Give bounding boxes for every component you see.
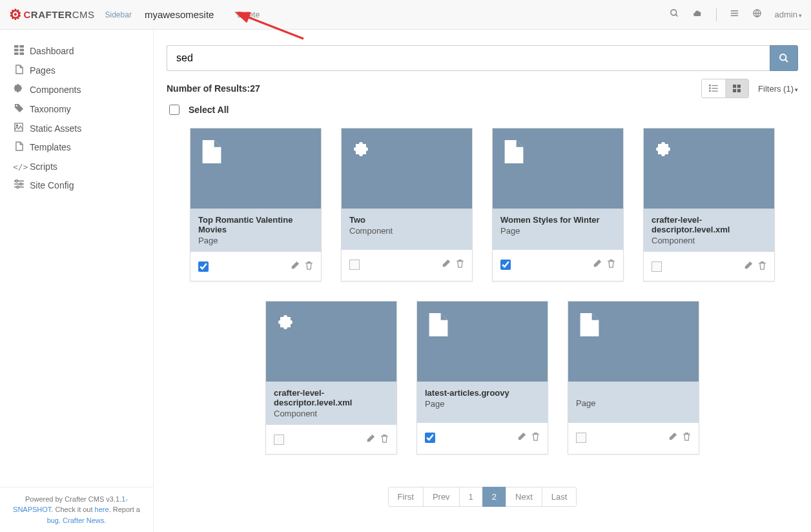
card-type: Component [652,236,766,245]
edit-icon[interactable] [442,259,451,270]
search-button[interactable] [770,45,798,71]
result-card: Women Styles for WinterPage [492,128,624,281]
result-card: Page [568,301,699,455]
svg-point-1 [670,10,676,15]
trash-icon[interactable] [305,261,313,272]
filters-button[interactable]: Filters (1) [758,84,798,94]
edit-icon[interactable] [291,261,300,272]
admin-dropdown[interactable]: admin [775,10,802,19]
edit-icon[interactable] [366,434,375,445]
sidebar-item-scripts[interactable]: </>Scripts [10,157,143,176]
here-link[interactable]: here [95,506,109,513]
svg-point-22 [16,186,18,188]
search-input[interactable] [167,45,770,71]
sidebar-item-pages[interactable]: Pages [10,61,143,80]
svg-rect-29 [709,90,711,92]
svg-rect-26 [712,85,718,86]
svg-point-16 [16,125,18,127]
edit-icon[interactable] [593,259,602,270]
divider [716,8,717,21]
trash-icon[interactable] [456,259,464,270]
card-title: Two [349,215,464,225]
delete-button[interactable]: Delete [237,10,260,19]
svg-rect-12 [14,52,19,55]
trash-icon[interactable] [380,434,389,445]
topbar-actions: admin [670,8,802,21]
svg-rect-33 [733,89,736,92]
card-checkbox[interactable] [349,260,360,270]
page-first[interactable]: First [388,487,424,507]
card-type: Component [349,226,464,236]
cloud-icon[interactable] [692,8,703,21]
result-card: crafter-level-descriptor.level.xmlCompon… [643,128,775,281]
sidebar-item-site-config[interactable]: Site Config [10,176,143,194]
page-prev[interactable]: Prev [423,487,460,507]
card-preview[interactable] [266,302,396,382]
card-info: crafter-level-descriptor.level.xmlCompon… [266,382,396,425]
card-checkbox[interactable] [198,261,209,272]
svg-point-14 [15,105,17,107]
svg-rect-9 [19,45,24,48]
logo[interactable]: ⚙ CRAFTERCMS [9,6,95,23]
card-checkbox[interactable] [425,433,435,443]
card-type: Page [198,236,313,245]
card-actions [493,250,623,279]
trash-icon[interactable] [531,432,540,443]
news-link[interactable]: Crafter News [63,517,104,524]
page-1[interactable]: 1 [459,487,483,507]
card-preview[interactable] [568,302,699,382]
svg-rect-34 [737,89,741,92]
page-2[interactable]: 2 [482,487,506,507]
card-type: Page [500,226,615,236]
pagination: FirstPrev12NextLast [167,487,798,507]
code-icon: </> [13,161,25,172]
sidebar-item-dashboard[interactable]: Dashboard [10,41,143,61]
svg-point-23 [780,54,786,60]
card-preview[interactable] [190,128,321,209]
grid-view-button[interactable] [725,79,748,97]
card-preview[interactable] [342,128,472,209]
sidebar: DashboardPagesComponentsTaxonomyStatic A… [0,30,154,532]
card-preview[interactable] [417,302,548,382]
card-actions [417,423,548,452]
card-preview[interactable] [493,128,623,209]
sidebar-toggle[interactable]: Sidebar [105,10,132,19]
result-card: Top Romantic Valentine MoviesPage [190,128,322,281]
main-content: Number of Results: 27 Filters (1) Select… [154,30,811,532]
card-checkbox[interactable] [576,433,586,443]
card-title: latest-articles.groovy [425,388,540,398]
select-all[interactable]: Select All [167,105,798,115]
puzzle-icon [13,84,25,96]
svg-rect-27 [709,87,711,89]
card-checkbox[interactable] [652,261,662,272]
search-icon[interactable] [670,8,679,21]
trash-icon[interactable] [758,261,766,272]
card-type: Page [425,399,540,409]
svg-rect-13 [19,52,24,55]
results-count: 27 [250,83,260,94]
list-view-button[interactable] [702,79,725,97]
sliders-icon [13,179,25,190]
trash-icon[interactable] [683,432,691,443]
sidebar-item-components[interactable]: Components [10,80,143,99]
bug-link[interactable]: bug [47,517,59,524]
page-next[interactable]: Next [506,487,542,507]
card-preview[interactable] [644,128,774,209]
edit-icon[interactable] [744,261,753,272]
sidebar-item-templates[interactable]: Templates [10,138,143,157]
select-all-checkbox[interactable] [169,105,180,115]
sidebar-item-taxonomy[interactable]: Taxonomy [10,99,143,119]
page-last[interactable]: Last [542,487,577,507]
search-row [167,45,798,71]
globe-icon[interactable] [752,8,762,21]
card-checkbox[interactable] [274,435,284,445]
results-bar: Number of Results: 27 Filters (1) [167,79,798,98]
sidebar-item-static-assets[interactable]: Static Assets [10,119,143,138]
edit-icon[interactable] [668,432,677,443]
trash-icon[interactable] [607,259,615,270]
card-title: Women Styles for Winter [500,215,615,225]
card-actions [190,252,321,281]
card-checkbox[interactable] [500,260,511,270]
edit-icon[interactable] [517,432,526,443]
menu-icon[interactable] [730,8,739,21]
